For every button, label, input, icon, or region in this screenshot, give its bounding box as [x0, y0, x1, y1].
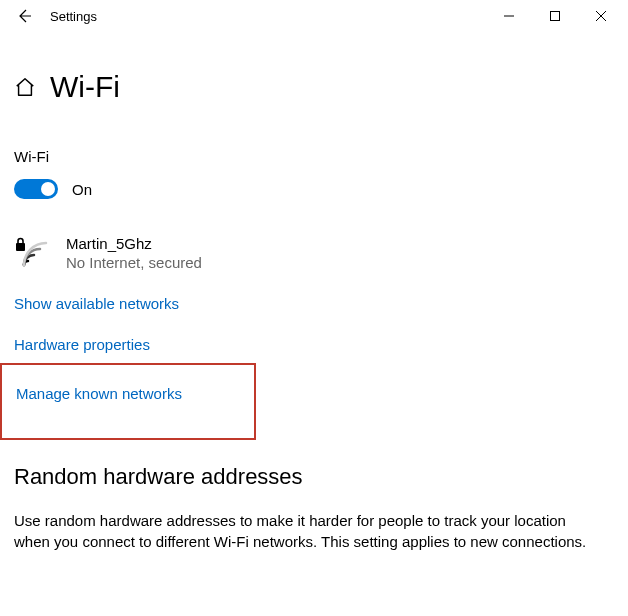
arrow-left-icon	[16, 8, 32, 24]
hardware-properties-link[interactable]: Hardware properties	[14, 336, 150, 353]
random-hw-heading: Random hardware addresses	[14, 464, 614, 490]
random-hw-body: Use random hardware addresses to make it…	[14, 510, 614, 552]
svg-rect-4	[16, 243, 25, 251]
minimize-icon	[504, 11, 514, 21]
home-icon	[14, 76, 36, 98]
content: Wi-Fi Wi-Fi On Martin_5Ghz No Internet, …	[0, 32, 628, 552]
network-status: No Internet, secured	[66, 254, 202, 271]
wifi-section-label: Wi-Fi	[14, 148, 614, 165]
show-available-networks-link[interactable]: Show available networks	[14, 295, 179, 312]
minimize-button[interactable]	[486, 0, 532, 32]
wifi-toggle-state: On	[72, 181, 92, 198]
titlebar: Settings	[0, 0, 628, 32]
back-button[interactable]	[14, 8, 34, 24]
network-info: Martin_5Ghz No Internet, secured	[66, 235, 202, 271]
window-title: Settings	[50, 9, 97, 24]
close-button[interactable]	[578, 0, 624, 32]
toggle-knob	[41, 182, 55, 196]
wifi-toggle[interactable]	[14, 179, 58, 199]
maximize-icon	[550, 11, 560, 21]
page-header: Wi-Fi	[14, 70, 614, 104]
titlebar-left: Settings	[4, 8, 97, 24]
manage-known-networks-link[interactable]: Manage known networks	[16, 385, 182, 402]
close-icon	[596, 11, 606, 21]
svg-rect-1	[551, 12, 560, 21]
wifi-toggle-row: On	[14, 179, 614, 199]
highlight-annotation: Manage known networks	[0, 363, 256, 440]
current-network[interactable]: Martin_5Ghz No Internet, secured	[14, 235, 614, 271]
window-controls	[486, 0, 624, 32]
network-name: Martin_5Ghz	[66, 235, 202, 252]
wifi-secured-icon	[14, 235, 50, 271]
page-title: Wi-Fi	[50, 70, 120, 104]
maximize-button[interactable]	[532, 0, 578, 32]
